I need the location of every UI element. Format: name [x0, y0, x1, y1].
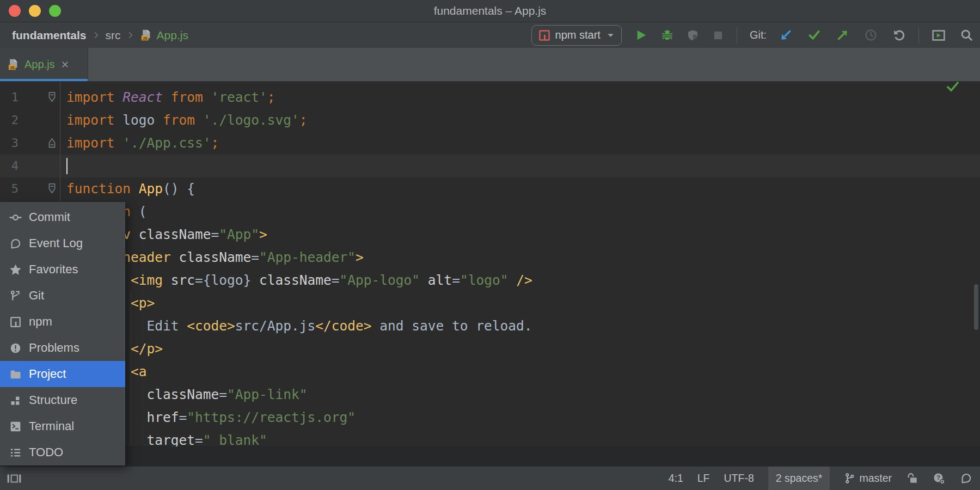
js-file-icon: JS [7, 58, 20, 71]
history-clock-icon[interactable] [864, 28, 878, 42]
line-number: 2 [0, 109, 19, 132]
popup-item-label: Event Log [29, 236, 83, 250]
popup-item-label: Favorites [29, 262, 78, 277]
window-title: fundamentals – App.js [0, 0, 980, 22]
toolbar-separator [918, 27, 919, 44]
popup-item-todo[interactable]: TODO [0, 439, 125, 465]
svg-text:JS: JS [10, 65, 15, 70]
todo-icon [9, 446, 22, 459]
update-arrow-icon[interactable] [779, 28, 793, 42]
code-line-14[interactable]: 14 className="App-link" [0, 383, 980, 406]
commit-check-icon[interactable] [807, 28, 821, 42]
popup-item-problems[interactable]: Problems [0, 335, 125, 361]
breadcrumb-dir[interactable]: src [106, 29, 121, 42]
code-line-1[interactable]: 1import React from 'react'; [0, 86, 980, 109]
tool-window-stripes-toggle-icon[interactable] [7, 473, 22, 485]
popup-item-git[interactable]: Git [0, 283, 125, 309]
popup-item-event-log[interactable]: Event Log [0, 230, 125, 256]
tool-window-popup: CommitEvent LogFavoritesGitnpmProblemsPr… [0, 202, 125, 465]
code-text: Edit <code>src/App.js</code> and save to… [66, 315, 532, 338]
code-line-7[interactable]: 7 <div className="App"> [0, 223, 980, 246]
chevron-right-icon [125, 30, 136, 40]
tab-app-js[interactable]: JS App.js [0, 48, 88, 81]
structure-icon [9, 394, 22, 407]
code-editor[interactable]: 1import React from 'react';2import logo … [0, 82, 980, 466]
popup-item-structure[interactable]: Structure [0, 387, 125, 413]
fold-end-icon[interactable] [48, 137, 56, 149]
encoding-widget[interactable]: UTF-8 [724, 472, 754, 485]
popup-item-label: Structure [29, 393, 77, 407]
fold-open-icon[interactable] [48, 91, 56, 103]
toolbar-separator [737, 27, 737, 44]
popup-item-project[interactable]: Project [0, 361, 125, 387]
search-icon[interactable] [960, 28, 973, 42]
line-number: 5 [0, 177, 19, 200]
problems-icon [9, 342, 22, 354]
popup-item-label: Problems [29, 341, 79, 355]
star-icon [9, 264, 22, 276]
push-arrow-icon[interactable] [836, 28, 849, 42]
unlock-icon[interactable] [906, 472, 918, 485]
line-number: 3 [0, 132, 19, 155]
popup-item-terminal[interactable]: Terminal [0, 413, 125, 439]
debug-bug-icon[interactable] [660, 28, 674, 42]
popup-item-npm[interactable]: npm [0, 309, 125, 335]
folder-icon [9, 368, 22, 381]
code-line-8[interactable]: 8 <header className="App-header"> [0, 246, 980, 269]
indent-widget[interactable]: 2 spaces* [768, 467, 830, 490]
breadcrumb-file[interactable]: App.js [157, 29, 188, 42]
popup-item-commit[interactable]: Commit [0, 204, 125, 230]
popup-item-favorites[interactable]: Favorites [0, 256, 125, 283]
event-log-icon[interactable] [960, 472, 972, 485]
popup-item-label: Commit [29, 210, 70, 224]
tab-label: App.js [24, 58, 55, 71]
run-configuration-label: npm start [555, 29, 601, 41]
fold-open-icon[interactable] [48, 183, 56, 194]
caret-position-widget[interactable]: 4:1 [669, 472, 683, 485]
ide-window: fundamentals – App.js fundamentals src J… [0, 0, 980, 490]
popup-item-label: Project [29, 367, 66, 381]
code-line-11[interactable]: 11 Edit <code>src/App.js</code> and save… [0, 315, 980, 338]
editor-scrollbar[interactable] [974, 284, 978, 330]
run-window-icon[interactable] [932, 28, 946, 42]
git-label: Git: [750, 29, 767, 41]
popup-item-label: Git [29, 289, 44, 303]
inspections-icon[interactable]: ? [933, 472, 946, 485]
chevron-right-icon [91, 30, 101, 40]
commit-icon [9, 211, 22, 224]
code-text: function App() { [66, 177, 195, 200]
inspections-ok-icon[interactable] [946, 79, 960, 94]
git-branch-icon [9, 290, 22, 302]
run-play-icon[interactable] [634, 28, 648, 42]
git-branch-widget[interactable]: master [844, 472, 892, 485]
js-file-icon: JS [140, 29, 152, 41]
stop-icon[interactable] [712, 29, 724, 41]
code-line-12[interactable]: 12 </p> [0, 338, 980, 360]
text-cursor [66, 158, 68, 174]
code-line-13[interactable]: 13 <a [0, 360, 980, 383]
chevron-down-icon [605, 30, 616, 40]
run-configuration-selector[interactable]: npm start [531, 25, 622, 46]
rollback-icon[interactable] [892, 28, 906, 42]
popup-item-label: Terminal [29, 419, 74, 433]
coverage-shield-icon[interactable] [687, 29, 700, 42]
terminal-icon [9, 420, 22, 433]
code-lines: 1import React from 'react';2import logo … [0, 86, 980, 452]
breadcrumb-project[interactable]: fundamentals [12, 29, 87, 42]
code-line-3[interactable]: 3import './App.css'; [0, 132, 980, 155]
code-line-10[interactable]: 10 <p> [0, 292, 980, 315]
code-text: <img src={logo} className="App-logo" alt… [66, 269, 532, 292]
code-line-9[interactable]: 9 <img src={logo} className="App-logo" a… [0, 269, 980, 292]
line-ending-widget[interactable]: LF [697, 472, 710, 485]
code-line-6[interactable]: 6 return ( [0, 200, 980, 223]
code-line-2[interactable]: 2import logo from './logo.svg'; [0, 109, 980, 132]
code-text: import './App.css'; [66, 132, 219, 155]
code-line-4[interactable]: 4 [0, 155, 980, 177]
close-tab-icon[interactable] [60, 59, 70, 70]
code-line-15[interactable]: 15 href="https://reactjs.org" [0, 406, 980, 429]
editor-bottom-band [0, 446, 980, 467]
navigation-bar: fundamentals src JS App.js npm start Git… [0, 22, 980, 48]
code-line-5[interactable]: 5function App() { [0, 177, 980, 200]
toolbar-actions: npm start Git: [531, 22, 973, 48]
svg-text:JS: JS [142, 36, 147, 41]
